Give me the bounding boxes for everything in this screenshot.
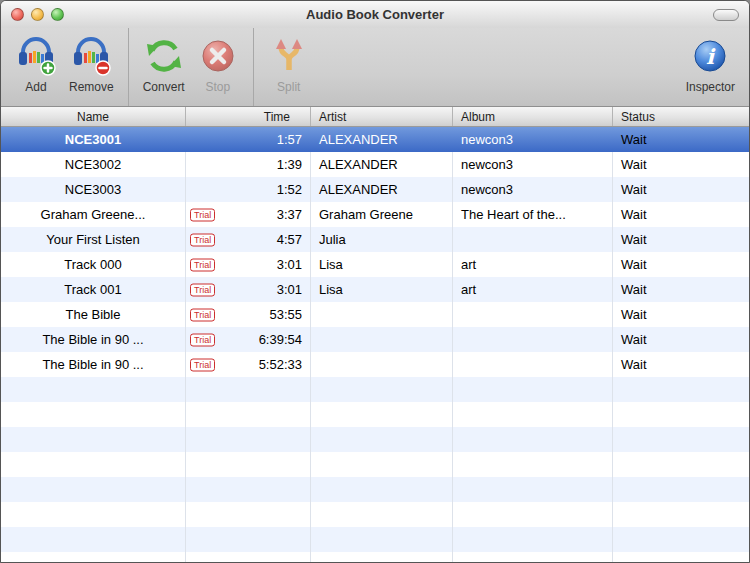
cell-artist: Graham Greene: [311, 202, 453, 227]
trial-badge: Trial: [190, 233, 215, 246]
track-time: 3:01: [277, 282, 302, 297]
cell-album: art: [453, 252, 613, 277]
zoom-button-icon[interactable]: [51, 8, 64, 21]
cell-album: newcon3: [453, 177, 613, 202]
toolbar-spacer: [316, 28, 680, 106]
cell-album: art: [453, 277, 613, 302]
cell-artist: [311, 477, 453, 502]
cell-artist: [311, 402, 453, 427]
cell-status: Wait: [613, 152, 749, 177]
convert-button[interactable]: Convert: [137, 28, 191, 106]
cell-album: [453, 452, 613, 477]
inspector-button[interactable]: i Inspector: [680, 28, 741, 106]
cell-album: [453, 302, 613, 327]
cell-album: [453, 377, 613, 402]
cell-time: Trial3:37: [186, 202, 311, 227]
cell-time: Trial3:01: [186, 252, 311, 277]
cell-time: Trial3:01: [186, 277, 311, 302]
trial-badge: Trial: [190, 308, 215, 321]
cell-artist: [311, 377, 453, 402]
cell-time: Trial4:57: [186, 227, 311, 252]
column-header-album[interactable]: Album: [453, 107, 613, 126]
split-icon: [268, 32, 310, 80]
table-row[interactable]: NCE30011:57ALEXANDERnewcon3Wait: [1, 127, 749, 152]
track-time: 3:01: [277, 257, 302, 272]
close-button-icon[interactable]: [11, 8, 24, 21]
cell-time: [186, 377, 311, 402]
table-row[interactable]: Track 000Trial3:01LisaartWait: [1, 252, 749, 277]
cell-album: [453, 552, 613, 562]
cell-time: 1:57: [186, 127, 311, 152]
remove-button[interactable]: Remove: [63, 28, 120, 106]
cell-name: NCE3001: [1, 127, 186, 152]
track-time: 1:52: [277, 182, 302, 197]
cell-album: [453, 477, 613, 502]
column-header-status[interactable]: Status: [613, 107, 749, 126]
cell-album: The Heart of the...: [453, 202, 613, 227]
cell-artist: Lisa: [311, 252, 453, 277]
table-filler-row: [1, 477, 749, 502]
toolbar-toggle-button[interactable]: [713, 9, 739, 21]
cell-time: [186, 427, 311, 452]
cell-artist: [311, 452, 453, 477]
cell-album: newcon3: [453, 152, 613, 177]
cell-name: The Bible in 90 ...: [1, 352, 186, 377]
cell-album: [453, 352, 613, 377]
cell-time: [186, 477, 311, 502]
cell-status: Wait: [613, 127, 749, 152]
cell-name: The Bible: [1, 302, 186, 327]
minimize-button-icon[interactable]: [31, 8, 44, 21]
table-row[interactable]: NCE30021:39ALEXANDERnewcon3Wait: [1, 152, 749, 177]
remove-button-label: Remove: [69, 80, 114, 94]
cell-time: [186, 527, 311, 552]
cell-time: 1:39: [186, 152, 311, 177]
cell-name: The Bible in 90 ...: [1, 327, 186, 352]
track-time: 53:55: [269, 307, 302, 322]
split-button[interactable]: Split: [262, 28, 316, 106]
column-header-artist[interactable]: Artist: [311, 107, 453, 126]
cell-album: [453, 502, 613, 527]
table-row[interactable]: The Bible in 90 ...Trial5:52:33Wait: [1, 352, 749, 377]
cell-status: [613, 377, 749, 402]
cell-artist: [311, 302, 453, 327]
table-row[interactable]: Track 001Trial3:01LisaartWait: [1, 277, 749, 302]
toolbar: Add Remove: [1, 28, 749, 107]
cell-status: [613, 527, 749, 552]
add-button[interactable]: Add: [9, 28, 63, 106]
cell-status: [613, 552, 749, 562]
column-header-name[interactable]: Name: [1, 107, 186, 126]
cell-album: [453, 527, 613, 552]
cell-name: Graham Greene...: [1, 202, 186, 227]
cell-artist: Julia: [311, 227, 453, 252]
cell-name: [1, 477, 186, 502]
column-header-time[interactable]: Time: [186, 107, 311, 126]
cell-artist: ALEXANDER: [311, 177, 453, 202]
inspector-icon: i: [689, 32, 731, 80]
cell-time: Trial6:39:54: [186, 327, 311, 352]
table-row[interactable]: The Bible in 90 ...Trial6:39:54Wait: [1, 327, 749, 352]
table-filler-row: [1, 452, 749, 477]
cell-artist: [311, 552, 453, 562]
cell-name: [1, 402, 186, 427]
table-row[interactable]: NCE30031:52ALEXANDERnewcon3Wait: [1, 177, 749, 202]
cell-album: [453, 327, 613, 352]
cell-name: [1, 377, 186, 402]
app-window: Audio Book Converter Add: [0, 0, 750, 563]
cell-name: [1, 552, 186, 562]
stop-button-label: Stop: [205, 80, 230, 94]
table-filler-row: [1, 427, 749, 452]
stop-button[interactable]: Stop: [191, 28, 245, 106]
cell-name: Track 001: [1, 277, 186, 302]
cell-status: Wait: [613, 227, 749, 252]
cell-status: Wait: [613, 202, 749, 227]
cell-artist: [311, 327, 453, 352]
table-row[interactable]: Your First ListenTrial4:57JuliaWait: [1, 227, 749, 252]
cell-album: [453, 427, 613, 452]
cell-name: [1, 427, 186, 452]
cell-name: [1, 452, 186, 477]
cell-name: [1, 527, 186, 552]
cell-time: [186, 402, 311, 427]
table-row[interactable]: The BibleTrial53:55Wait: [1, 302, 749, 327]
table-row[interactable]: Graham Greene...Trial3:37Graham GreeneTh…: [1, 202, 749, 227]
inspector-button-label: Inspector: [686, 80, 735, 94]
